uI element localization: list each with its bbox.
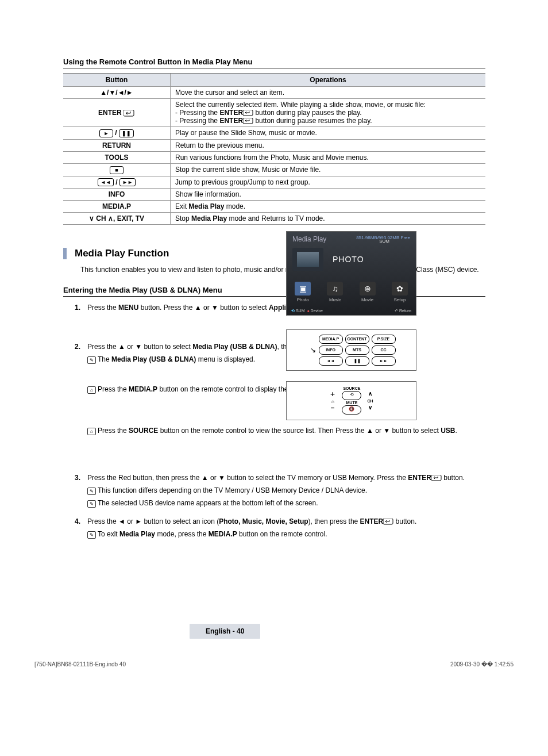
shot-tab-setup: ✿Setup bbox=[392, 282, 408, 302]
remote-btn: P.SIZE bbox=[372, 335, 396, 344]
op-cell: Stop the current slide show, Music or Mo… bbox=[171, 163, 486, 176]
music-icon: ♫ bbox=[327, 282, 343, 296]
table-row: ▲/▼/◄/► Move the cursor and select an it… bbox=[63, 87, 485, 99]
section-title-remote: Using the Remote Control Button in Media… bbox=[63, 57, 485, 68]
subsection-title: Entering the Media Play (USB & DLNA) Men… bbox=[63, 286, 485, 297]
shot-title: Media Play bbox=[292, 235, 326, 243]
shot-tab-movie: ⊛Movie bbox=[360, 282, 376, 302]
enter-icon bbox=[124, 110, 135, 117]
enter-icon bbox=[243, 118, 253, 124]
enter-icon bbox=[431, 475, 442, 481]
heading-bar-icon bbox=[63, 248, 67, 259]
movie-icon: ⊛ bbox=[360, 282, 376, 296]
heading-text: Media Play Function bbox=[75, 248, 169, 259]
intro-paragraph: This function enables you to view and li… bbox=[80, 265, 485, 275]
step-4: 4. Press the ◄ or ► button to select an … bbox=[75, 516, 485, 539]
mute-label: MUTE bbox=[342, 401, 361, 405]
remote-source-screenshot: ＋⌂－ SOURCE ⟲ MUTE 🔇 ∧CH∨ bbox=[286, 381, 416, 420]
btn-return: RETURN bbox=[63, 139, 171, 151]
page-footer: English - 40 bbox=[190, 624, 260, 639]
op-cell: Select the currently selected item. Whil… bbox=[171, 99, 486, 127]
op-cell: Run various functions from the Photo, Mu… bbox=[171, 151, 486, 163]
table-row: TOOLS Run various functions from the Pho… bbox=[63, 151, 485, 163]
vol-rocker-icon: ＋⌂－ bbox=[329, 390, 336, 411]
op-cell: Jump to previous group/Jump to next grou… bbox=[171, 176, 486, 189]
op-cell: Move the cursor and select an item. bbox=[171, 87, 486, 99]
table-row: ◄◄ / ►► Jump to previous group/Jump to n… bbox=[63, 176, 485, 189]
photo-icon: ▣ bbox=[295, 282, 311, 296]
gear-icon: ✿ bbox=[392, 282, 408, 296]
table-row: ENTER Select the currently selected item… bbox=[63, 99, 485, 127]
remote-mediap-screenshot: ↘ MEDIA.P CONTENT P.SIZE INFO MTS CC ◄◄ … bbox=[286, 329, 416, 371]
step-2: 2. Press the ▲ or ▼ button to select Med… bbox=[75, 341, 485, 436]
th-button: Button bbox=[63, 74, 171, 87]
source-label: SOURCE bbox=[342, 386, 361, 390]
btn-skip: ◄◄ / ►► bbox=[63, 176, 171, 189]
shot-photo-thumb bbox=[292, 248, 323, 271]
remote-btn: MTS bbox=[345, 346, 369, 355]
table-row: MEDIA.P Exit Media Play mode. bbox=[63, 201, 485, 213]
shot-photo-label: PHOTO bbox=[333, 255, 364, 264]
remote-btn: ►► bbox=[372, 356, 396, 366]
btn-stop: ■ bbox=[63, 163, 171, 176]
op-cell: Stop Media Play mode and Returns to TV m… bbox=[171, 213, 486, 225]
table-row: ■ Stop the current slide show, Music or … bbox=[63, 163, 485, 176]
btn-arrows: ▲/▼/◄/► bbox=[63, 87, 171, 99]
shot-sum-device: 851.98MB/993.02MB Free bbox=[356, 235, 410, 240]
btn-ch-exit-tv: ∨ CH ∧, EXIT, TV bbox=[63, 213, 171, 225]
btn-enter: ENTER bbox=[63, 99, 171, 127]
step-3: 3. Press the Red button, then press the … bbox=[75, 473, 485, 508]
ch-rocker-icon: ∧CH∨ bbox=[367, 390, 373, 411]
table-row: INFO Show file information. bbox=[63, 189, 485, 201]
remote-btn: MEDIA.P bbox=[319, 335, 343, 344]
shot-tab-photo: ▣Photo bbox=[295, 282, 311, 302]
btn-mediap: MEDIA.P bbox=[63, 201, 171, 213]
remote-btn: ◄◄ bbox=[319, 356, 343, 366]
button-operations-table: Button Operations ▲/▼/◄/► Move the curso… bbox=[63, 73, 485, 225]
table-row: ∨ CH ∧, EXIT, TV Stop Media Play mode an… bbox=[63, 213, 485, 225]
remote-btn: ❚❚ bbox=[345, 356, 369, 366]
shot-tab-music: ♫Music bbox=[327, 282, 343, 302]
print-footer-left: [750-NA]BN68-02111B-Eng.indb 40 bbox=[34, 661, 126, 667]
remote-pointer-icon: ↘ bbox=[307, 343, 319, 358]
op-cell: Exit Media Play mode. bbox=[171, 201, 486, 213]
step-1: 1. Press the MENU button. Press the ▲ or… bbox=[75, 302, 485, 313]
enter-icon bbox=[243, 110, 253, 116]
tip-icon: ⌂ bbox=[87, 386, 96, 394]
note-icon: ✎ bbox=[87, 531, 96, 539]
table-row: RETURN Return to the previous menu. bbox=[63, 139, 485, 151]
enter-icon bbox=[383, 519, 393, 525]
note-icon: ✎ bbox=[87, 356, 96, 364]
section-heading: Media Play Function bbox=[63, 248, 485, 259]
remote-btn: CONTENT bbox=[345, 335, 369, 344]
tip-icon: ⌂ bbox=[87, 428, 96, 435]
mute-btn-icon: 🔇 bbox=[342, 405, 361, 415]
print-footer-right: 2009-03-30 �� 1:42:55 bbox=[450, 661, 514, 667]
source-btn-icon: ⟲ bbox=[342, 391, 361, 400]
table-row: ► / ❚❚ Play or pause the Slide Show, mus… bbox=[63, 127, 485, 140]
op-cell: Show file information. bbox=[171, 189, 486, 201]
remote-btn: CC bbox=[372, 346, 396, 355]
btn-info: INFO bbox=[63, 189, 171, 201]
th-operations: Operations bbox=[171, 74, 486, 87]
btn-playpause: ► / ❚❚ bbox=[63, 127, 171, 140]
remote-btn: INFO bbox=[319, 346, 343, 355]
btn-tools: TOOLS bbox=[63, 151, 171, 163]
media-play-screenshot: Media Play SUM 851.98MB/993.02MB Free PH… bbox=[286, 231, 416, 316]
op-cell: Return to the previous menu. bbox=[171, 139, 486, 151]
op-cell: Play or pause the Slide Show, music or m… bbox=[171, 127, 486, 140]
note-icon: ✎ bbox=[87, 500, 96, 508]
note-icon: ✎ bbox=[87, 488, 96, 495]
